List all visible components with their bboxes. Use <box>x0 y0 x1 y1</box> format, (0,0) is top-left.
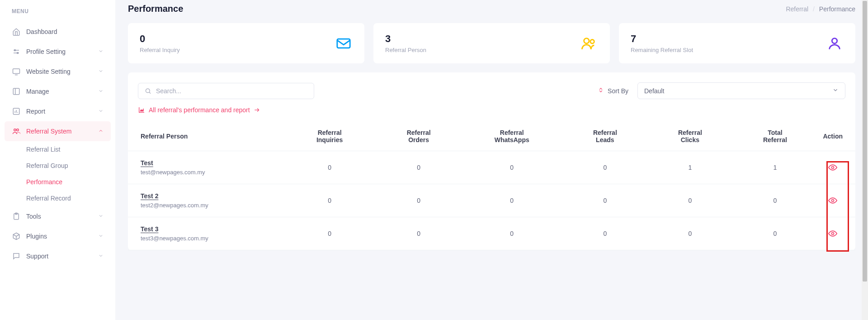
person-email: test3@newpages.com.my <box>141 235 208 242</box>
search-box[interactable] <box>138 83 314 99</box>
chevron-down-icon <box>98 233 104 240</box>
mail-icon <box>335 34 353 53</box>
person-name-link[interactable]: Test <box>141 159 153 167</box>
sidebar-item-label: Support <box>26 253 48 260</box>
sidebar-item-label: Report <box>26 108 45 115</box>
user-icon <box>826 34 844 53</box>
sidebar-sub-referral-group[interactable]: Referral Group <box>26 158 115 174</box>
table-row: Test test@newpages.com.my 0 0 0 0 1 1 <box>128 151 855 184</box>
card-value: 0 <box>140 33 180 45</box>
svg-point-13 <box>17 129 19 131</box>
users-icon <box>12 127 21 136</box>
sidebar-sub-referral-record[interactable]: Referral Record <box>26 190 115 206</box>
person-name-link[interactable]: Test 2 <box>141 192 158 200</box>
sliders-icon <box>12 47 21 56</box>
scrollbar-thumb[interactable] <box>863 1 867 282</box>
all-referral-report-link[interactable]: All referral's performance and report <box>128 106 855 122</box>
search-icon <box>145 87 151 95</box>
th-referral-person: Referral Person <box>128 122 283 151</box>
search-input[interactable] <box>156 87 307 95</box>
sidebar-item-label: Plugins <box>26 233 47 240</box>
sidebar-item-plugins[interactable]: Plugins <box>0 226 115 246</box>
breadcrumb-separator: / <box>813 5 815 13</box>
breadcrumb-current: Performance <box>819 5 855 13</box>
person-name-link[interactable]: Test 3 <box>141 225 158 233</box>
sidebar-item-report[interactable]: Report <box>0 101 115 121</box>
th-total-referral: Total Referral <box>732 122 817 151</box>
person-email: test2@newpages.com.my <box>141 202 208 209</box>
card-value: 7 <box>631 33 693 45</box>
sidebar-item-tools[interactable]: Tools <box>0 206 115 226</box>
svg-rect-16 <box>337 39 350 48</box>
chevron-down-icon <box>98 213 104 220</box>
sort-icon <box>598 87 604 95</box>
card-referral-inquiry: 0 Referral Inquiry <box>128 23 364 63</box>
chevron-down-icon <box>98 108 104 115</box>
home-icon <box>12 27 21 36</box>
chevron-down-icon <box>832 87 839 95</box>
card-label: Referral Inquiry <box>140 47 180 53</box>
card-referral-person: 3 Referral Person <box>373 23 610 63</box>
th-referral-whatsapps: Referral WhatsApps <box>461 122 562 151</box>
card-remaining-slot: 7 Remaining Referral Slot <box>619 23 855 63</box>
th-referral-orders: Referral Orders <box>376 122 461 151</box>
breadcrumb-root[interactable]: Referral <box>786 5 808 13</box>
sidebar-sub-referral-list[interactable]: Referral List <box>26 141 115 158</box>
table-row: Test 2 test2@newpages.com.my 0 0 0 0 0 0 <box>128 184 855 217</box>
chevron-down-icon <box>98 68 104 75</box>
person-email: test@newpages.com.my <box>141 169 205 176</box>
sidebar-item-dashboard[interactable]: Dashboard <box>0 22 115 42</box>
sidebar-menu-header: MENU <box>0 5 115 22</box>
sidebar-item-support[interactable]: Support <box>0 246 115 266</box>
cell-orders: 0 <box>376 151 461 184</box>
cell-whatsapps: 0 <box>461 151 562 184</box>
svg-point-20 <box>146 89 150 93</box>
breadcrumb: Referral / Performance <box>786 5 855 13</box>
cell-total: 0 <box>732 184 817 217</box>
svg-rect-4 <box>13 69 20 74</box>
arrow-right-icon <box>254 107 260 113</box>
cell-clicks: 1 <box>647 151 732 184</box>
sidebar-item-referral-system[interactable]: Referral System <box>5 121 111 141</box>
chevron-down-icon <box>98 253 104 260</box>
monitor-icon <box>12 67 21 76</box>
table-row: Test 3 test3@newpages.com.my 0 0 0 0 0 0 <box>128 217 855 250</box>
sidebar-item-label: Manage <box>26 88 49 95</box>
cell-leads: 0 <box>562 184 647 217</box>
card-label: Remaining Referral Slot <box>631 47 693 53</box>
svg-point-2 <box>14 50 16 51</box>
clipboard-icon <box>12 212 21 221</box>
sidebar: MENU Dashboard Profile Setting Website S… <box>0 0 115 320</box>
bar-chart-icon <box>12 107 21 116</box>
cell-orders: 0 <box>376 217 461 250</box>
stats-cards: 0 Referral Inquiry 3 Referral Person 7 R… <box>128 23 855 63</box>
svg-point-19 <box>832 38 837 43</box>
message-icon <box>12 252 21 261</box>
panel-toolbar: Sort By Default <box>128 82 855 106</box>
performance-panel: Sort By Default All referral's performan… <box>128 72 855 250</box>
svg-point-17 <box>584 38 589 43</box>
sidebar-item-website-setting[interactable]: Website Setting <box>0 62 115 81</box>
th-referral-inquiries: Referral Inquiries <box>283 122 376 151</box>
cell-total: 0 <box>732 217 817 250</box>
cell-clicks: 0 <box>647 184 732 217</box>
cell-inquiries: 0 <box>283 151 376 184</box>
cell-inquiries: 0 <box>283 184 376 217</box>
sidebar-sub-performance[interactable]: Performance <box>26 174 115 190</box>
scrollbar-track[interactable] <box>862 0 868 320</box>
sidebar-item-profile-setting[interactable]: Profile Setting <box>0 42 115 62</box>
cell-orders: 0 <box>376 184 461 217</box>
chart-area-icon <box>138 106 145 114</box>
sidebar-item-label: Profile Setting <box>26 48 66 55</box>
performance-table: Referral Person Referral Inquiries Refer… <box>128 122 855 250</box>
svg-rect-6 <box>13 88 19 95</box>
sidebar-sub-items: Referral List Referral Group Performance… <box>0 141 115 206</box>
sort-select[interactable]: Default <box>637 82 845 99</box>
sort-by-label: Sort By <box>598 87 628 95</box>
chevron-down-icon <box>98 48 104 55</box>
layout-icon <box>12 87 21 96</box>
sidebar-item-manage[interactable]: Manage <box>0 81 115 101</box>
chevron-up-icon <box>98 128 104 135</box>
sort-select-value: Default <box>644 87 664 95</box>
card-label: Referral Person <box>385 47 426 53</box>
